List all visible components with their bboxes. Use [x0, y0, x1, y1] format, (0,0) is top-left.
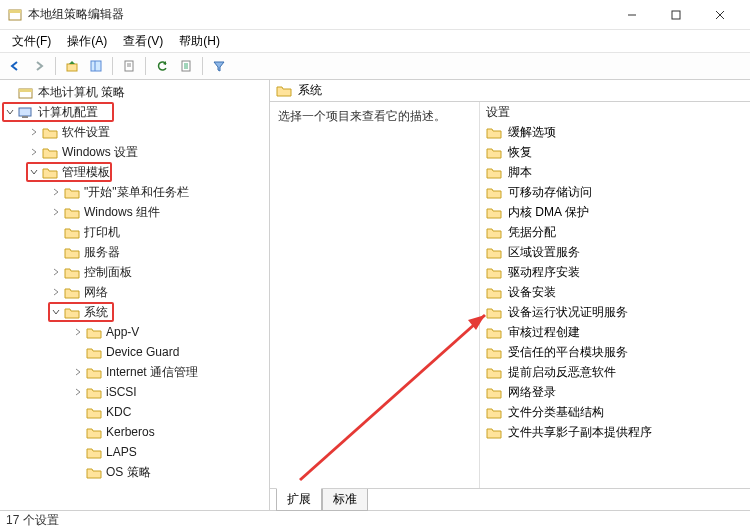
- tree-start-taskbar[interactable]: "开始"菜单和任务栏: [0, 182, 269, 202]
- tree-printers[interactable]: 打印机: [0, 222, 269, 242]
- list-item-label: 驱动程序安装: [508, 264, 580, 281]
- tree-kdc[interactable]: KDC: [0, 402, 269, 422]
- folder-icon: [486, 246, 502, 259]
- list-item[interactable]: 恢复: [480, 142, 750, 162]
- list-item-label: 区域设置服务: [508, 244, 580, 261]
- chevron-down-icon[interactable]: [4, 106, 16, 118]
- filter-button[interactable]: [208, 55, 230, 77]
- tree-network[interactable]: 网络: [0, 282, 269, 302]
- tree-control-panel[interactable]: 控制面板: [0, 262, 269, 282]
- list-item-label: 恢复: [508, 144, 532, 161]
- tree-system[interactable]: 系统: [0, 302, 269, 322]
- folder-icon: [486, 306, 502, 319]
- column-header-settings[interactable]: 设置: [480, 104, 750, 122]
- tree-label: OS 策略: [106, 464, 151, 481]
- folder-icon: [486, 346, 502, 359]
- list-item[interactable]: 文件分类基础结构: [480, 402, 750, 422]
- folder-icon: [486, 206, 502, 219]
- tab-extended[interactable]: 扩展: [276, 488, 322, 511]
- forward-button[interactable]: [28, 55, 50, 77]
- tree-os-policy[interactable]: OS 策略: [0, 462, 269, 482]
- chevron-right-icon[interactable]: [50, 266, 62, 278]
- maximize-button[interactable]: [654, 0, 698, 30]
- list-item-label: 缓解选项: [508, 124, 556, 141]
- chevron-right-icon[interactable]: [72, 366, 84, 378]
- tree-pane[interactable]: 本地计算机 策略 计算机配置 软件设置 Windows 设置: [0, 80, 270, 510]
- chevron-down-icon[interactable]: [50, 306, 62, 318]
- list-item[interactable]: 区域设置服务: [480, 242, 750, 262]
- close-button[interactable]: [698, 0, 742, 30]
- list-item[interactable]: 审核过程创建: [480, 322, 750, 342]
- chevron-right-icon[interactable]: [50, 206, 62, 218]
- tree-root[interactable]: 本地计算机 策略: [0, 82, 269, 102]
- list-item[interactable]: 受信任的平台模块服务: [480, 342, 750, 362]
- tree-servers[interactable]: 服务器: [0, 242, 269, 262]
- menu-file[interactable]: 文件(F): [4, 31, 59, 52]
- tree-device-guard[interactable]: Device Guard: [0, 342, 269, 362]
- minimize-button[interactable]: [610, 0, 654, 30]
- folder-icon: [276, 84, 292, 97]
- window-title: 本地组策略编辑器: [28, 6, 610, 23]
- list-item[interactable]: 提前启动反恶意软件: [480, 362, 750, 382]
- tree-iscsi[interactable]: iSCSI: [0, 382, 269, 402]
- folder-icon: [64, 226, 80, 239]
- tree-laps[interactable]: LAPS: [0, 442, 269, 462]
- list-item[interactable]: 内核 DMA 保护: [480, 202, 750, 222]
- list-item[interactable]: 设备安装: [480, 282, 750, 302]
- chevron-right-icon[interactable]: [72, 386, 84, 398]
- menu-bar: 文件(F) 操作(A) 查看(V) 帮助(H): [0, 30, 750, 52]
- back-button[interactable]: [4, 55, 26, 77]
- chevron-right-icon[interactable]: [28, 146, 40, 158]
- list-item[interactable]: 设备运行状况证明服务: [480, 302, 750, 322]
- chevron-right-icon[interactable]: [50, 186, 62, 198]
- tree-label: LAPS: [106, 445, 137, 459]
- folder-icon: [64, 186, 80, 199]
- folder-icon: [86, 366, 102, 379]
- list-item[interactable]: 文件共享影子副本提供程序: [480, 422, 750, 442]
- refresh-button[interactable]: [151, 55, 173, 77]
- status-text: 17 个设置: [6, 513, 59, 527]
- folder-icon: [486, 406, 502, 419]
- chevron-right-icon[interactable]: [28, 126, 40, 138]
- tree-label: Device Guard: [106, 345, 179, 359]
- menu-action[interactable]: 操作(A): [59, 31, 115, 52]
- content-header: 系统: [270, 80, 750, 102]
- tree-label: 本地计算机 策略: [38, 84, 125, 101]
- blank-twisty: [72, 466, 84, 478]
- tree-internet-comm[interactable]: Internet 通信管理: [0, 362, 269, 382]
- list-item[interactable]: 脚本: [480, 162, 750, 182]
- folder-icon: [486, 166, 502, 179]
- computer-icon: [18, 106, 34, 119]
- tree-label: 系统: [84, 304, 108, 321]
- tab-standard[interactable]: 标准: [322, 489, 368, 511]
- chevron-right-icon[interactable]: [50, 286, 62, 298]
- tree-computer-config[interactable]: 计算机配置: [0, 102, 269, 122]
- folder-icon: [486, 146, 502, 159]
- tree-win-components[interactable]: Windows 组件: [0, 202, 269, 222]
- properties-button[interactable]: [175, 55, 197, 77]
- menu-view[interactable]: 查看(V): [115, 31, 171, 52]
- folder-icon: [486, 286, 502, 299]
- chevron-right-icon[interactable]: [72, 326, 84, 338]
- up-button[interactable]: [61, 55, 83, 77]
- tree-label: "开始"菜单和任务栏: [84, 184, 189, 201]
- chevron-down-icon[interactable]: [28, 166, 40, 178]
- tree-appv[interactable]: App-V: [0, 322, 269, 342]
- list-item[interactable]: 可移动存储访问: [480, 182, 750, 202]
- export-button[interactable]: [118, 55, 140, 77]
- items-pane[interactable]: 设置 缓解选项恢复脚本可移动存储访问内核 DMA 保护凭据分配区域设置服务驱动程…: [480, 102, 750, 488]
- list-item[interactable]: 网络登录: [480, 382, 750, 402]
- list-item[interactable]: 缓解选项: [480, 122, 750, 142]
- menu-help[interactable]: 帮助(H): [171, 31, 228, 52]
- tree-windows-settings[interactable]: Windows 设置: [0, 142, 269, 162]
- tree-label: 网络: [84, 284, 108, 301]
- tree-kerberos[interactable]: Kerberos: [0, 422, 269, 442]
- list-item[interactable]: 驱动程序安装: [480, 262, 750, 282]
- show-hide-tree-button[interactable]: [85, 55, 107, 77]
- folder-icon: [486, 126, 502, 139]
- svg-rect-6: [67, 64, 77, 71]
- tree-software[interactable]: 软件设置: [0, 122, 269, 142]
- status-bar: 17 个设置: [0, 510, 750, 527]
- tree-admin-templates[interactable]: 管理模板: [0, 162, 269, 182]
- list-item[interactable]: 凭据分配: [480, 222, 750, 242]
